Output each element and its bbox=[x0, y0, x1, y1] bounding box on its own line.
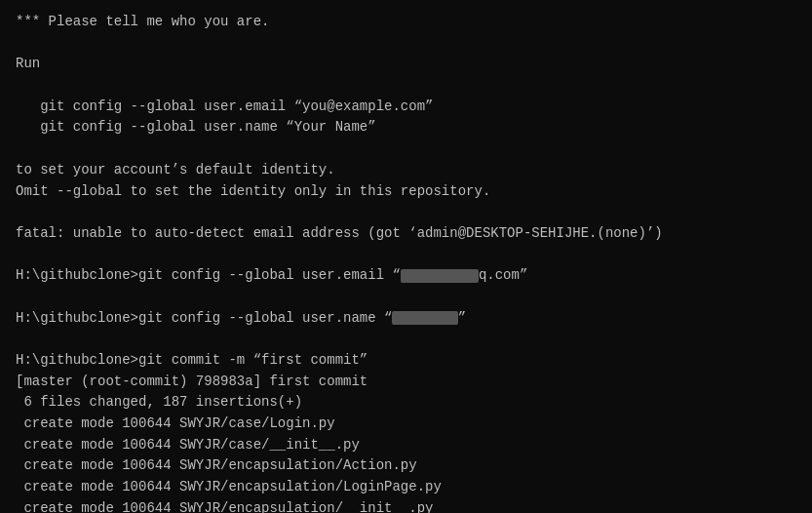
line-create-3: create mode 100644 SWYJR/encapsulation/A… bbox=[16, 455, 796, 477]
line-name-example: git config --global user.name “Your Name… bbox=[16, 117, 796, 138]
line-blank-6 bbox=[16, 287, 796, 308]
line-create-2: create mode 100644 SWYJR/case/__init__.p… bbox=[16, 435, 796, 456]
line-run: Run bbox=[16, 54, 796, 75]
line-blank-3 bbox=[16, 138, 796, 160]
line-create-1: create mode 100644 SWYJR/case/Login.py bbox=[16, 414, 796, 435]
line-master: [master (root-commit) 798983a] first com… bbox=[16, 372, 796, 393]
redacted-email bbox=[401, 269, 479, 283]
line-blank-2 bbox=[16, 75, 796, 97]
line-blank-4 bbox=[16, 202, 796, 223]
line-config-email: H:\githubclone>git config --global user.… bbox=[16, 265, 796, 287]
line-blank-1 bbox=[16, 33, 796, 55]
line-blank-5 bbox=[16, 245, 796, 266]
redacted-name bbox=[392, 311, 457, 325]
terminal-window: *** Please tell me who you are. Run git … bbox=[0, 0, 812, 513]
line-create-5: create mode 100644 SWYJR/encapsulation/_… bbox=[16, 498, 796, 513]
line-blank-7 bbox=[16, 329, 796, 350]
line-1: *** Please tell me who you are. bbox=[16, 12, 796, 33]
line-omit: Omit --global to set the identity only i… bbox=[16, 181, 796, 203]
line-create-4: create mode 100644 SWYJR/encapsulation/L… bbox=[16, 477, 796, 498]
line-commit-cmd: H:\githubclone>git commit -m “first comm… bbox=[16, 350, 796, 372]
line-fatal: fatal: unable to auto-detect email addre… bbox=[16, 223, 796, 245]
line-files-changed: 6 files changed, 187 insertions(+) bbox=[16, 392, 796, 414]
line-email-example: git config --global user.email “you@exam… bbox=[16, 97, 796, 118]
line-identity: to set your account’s default identity. bbox=[16, 160, 796, 181]
line-config-name: H:\githubclone>git config --global user.… bbox=[16, 308, 796, 330]
